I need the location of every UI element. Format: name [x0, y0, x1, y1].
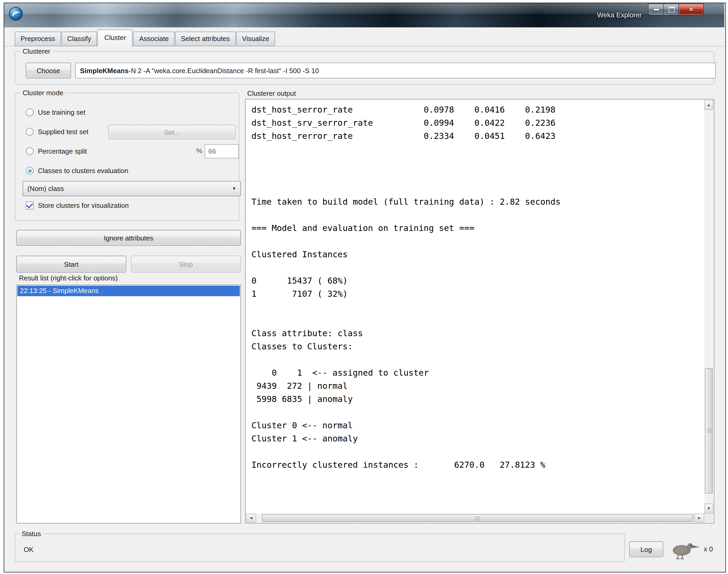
class-attribute-selected: (Nom) class [27, 185, 232, 193]
scrollbar-corner [704, 514, 713, 523]
clusterer-group-title: Clusterer [20, 47, 53, 55]
clusterer-scheme-name: SimpleKMeans [80, 67, 129, 75]
scroll-up-icon[interactable]: ▲ [704, 100, 713, 110]
radio-label: Supplied test set [38, 128, 88, 136]
radio-percentage-split[interactable]: Percentage split [26, 147, 87, 155]
percent-label: % [196, 144, 202, 157]
tab-select-attributes[interactable]: Select attributes [175, 32, 235, 46]
maximize-button[interactable] [663, 4, 680, 15]
tab-classify[interactable]: Classify [61, 32, 97, 46]
weka-explorer-window: Weka Explorer ✕ Preprocess Classify Clus… [0, 0, 728, 574]
tab-preprocess[interactable]: Preprocess [15, 32, 61, 46]
radio-supplied-test-set[interactable]: Supplied test set [26, 128, 88, 136]
tab-cluster[interactable]: Cluster [97, 30, 133, 47]
vertical-scrollbar[interactable]: ▲ ▼ [704, 100, 713, 514]
tab-associate[interactable]: Associate [133, 32, 175, 46]
ignore-attributes-button[interactable]: Ignore attributes [16, 230, 241, 246]
radio-label: Percentage split [38, 147, 87, 155]
window-title: Weka Explorer [558, 11, 642, 19]
scroll-down-icon[interactable]: ▼ [704, 503, 713, 514]
minimize-icon [654, 9, 659, 10]
clusterer-scheme-field[interactable]: SimpleKMeans -N 2 -A "weka.core.Euclidea… [75, 63, 716, 78]
clusterer-output-panel: dst_host_serror_rate 0.0978 0.0416 0.219… [245, 99, 714, 524]
status-message: OK [24, 545, 34, 554]
maximize-icon [669, 7, 675, 12]
start-button[interactable]: Start [16, 256, 126, 273]
weka-bird-icon [668, 539, 701, 560]
stop-button[interactable]: Stop [131, 256, 241, 273]
scroll-left-icon[interactable]: ◄ [246, 514, 256, 523]
minimize-button[interactable] [648, 4, 665, 15]
result-list[interactable]: 22:13:25 - SimpleKMeans [16, 285, 241, 524]
class-attribute-dropdown[interactable]: (Nom) class ▼ [23, 181, 241, 196]
clusterer-output-title: Clusterer output [247, 89, 296, 97]
clusterer-scheme-params: -N 2 -A "weka.core.EuclideanDistance -R … [129, 67, 319, 75]
log-button[interactable]: Log [629, 541, 663, 557]
horizontal-scrollbar-thumb[interactable] [262, 514, 693, 522]
scroll-right-icon[interactable]: ► [694, 514, 704, 523]
result-list-title: Result list (right-click for options) [19, 274, 118, 282]
radio-label: Use training set [38, 109, 85, 116]
vertical-scrollbar-thumb[interactable] [705, 368, 713, 493]
clusterer-group: Clusterer Choose SimpleKMeans -N 2 -A "w… [15, 51, 714, 85]
close-button[interactable]: ✕ [679, 4, 704, 15]
radio-use-training-set[interactable]: Use training set [26, 109, 85, 116]
radio-checked-icon [26, 167, 34, 175]
radio-icon [26, 147, 34, 155]
radio-classes-to-clusters[interactable]: Classes to clusters evaluation [26, 167, 128, 175]
weka-counter: x 0 [704, 545, 713, 553]
result-list-item[interactable]: 22:13:25 - SimpleKMeans [17, 286, 240, 296]
status-group: Status OK [15, 533, 625, 562]
percent-split-input[interactable]: 66 [205, 144, 239, 158]
checkbox-label: Store clusters for visualization [38, 202, 129, 209]
radio-label: Classes to clusters evaluation [38, 167, 128, 175]
chevron-down-icon: ▼ [232, 186, 236, 191]
store-clusters-checkbox-row[interactable]: Store clusters for visualization [26, 202, 129, 209]
tab-visualize[interactable]: Visualize [236, 32, 275, 46]
status-group-title: Status [19, 530, 43, 538]
tab-bar: Preprocess Classify Cluster Associate Se… [15, 30, 275, 46]
checkbox-checked-icon [26, 202, 34, 209]
radio-icon [26, 109, 34, 116]
cluster-mode-group: Cluster mode Use training set Supplied t… [15, 93, 239, 221]
cluster-mode-group-title: Cluster mode [20, 89, 66, 97]
horizontal-scrollbar[interactable]: ◄ ► [246, 514, 704, 523]
clusterer-output-text: dst_host_serror_rate 0.0978 0.0416 0.219… [246, 100, 704, 514]
set-test-set-button[interactable]: Set... [109, 125, 235, 139]
close-icon: ✕ [689, 6, 694, 13]
radio-icon [26, 128, 34, 136]
weka-logo-icon [8, 6, 23, 21]
choose-button[interactable]: Choose [26, 63, 71, 78]
